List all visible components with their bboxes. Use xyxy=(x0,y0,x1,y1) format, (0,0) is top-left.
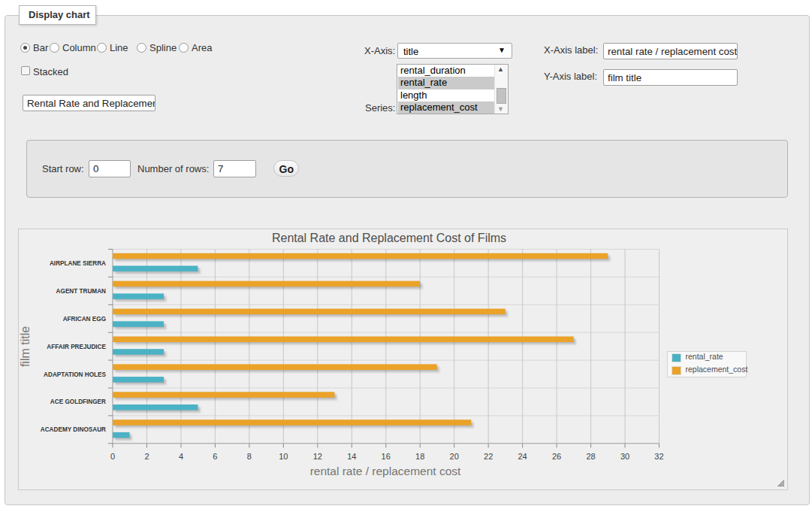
svg-text:Rental Rate and Replacement Co: Rental Rate and Replacement Cost of Film… xyxy=(272,232,506,244)
svg-text:20: 20 xyxy=(450,452,459,461)
svg-text:30: 30 xyxy=(620,452,629,461)
svg-text:AGENT TRUMAN: AGENT TRUMAN xyxy=(56,288,106,295)
svg-text:24: 24 xyxy=(518,452,527,461)
svg-text:2: 2 xyxy=(144,452,149,461)
svg-text:film title: film title xyxy=(19,326,32,367)
svg-text:16: 16 xyxy=(382,452,391,461)
svg-text:18: 18 xyxy=(415,452,424,461)
svg-text:8: 8 xyxy=(247,452,252,461)
svg-text:12: 12 xyxy=(313,452,322,461)
svg-text:rental rate / replacement cost: rental rate / replacement cost xyxy=(310,465,461,477)
svg-text:0: 0 xyxy=(110,452,115,461)
svg-text:6: 6 xyxy=(213,452,217,461)
svg-text:14: 14 xyxy=(347,452,356,461)
svg-text:22: 22 xyxy=(484,452,493,461)
svg-text:replacement_cost: replacement_cost xyxy=(686,365,748,374)
svg-text:ADAPTATION HOLES: ADAPTATION HOLES xyxy=(44,371,106,378)
svg-text:26: 26 xyxy=(552,452,561,461)
svg-text:28: 28 xyxy=(586,452,595,461)
svg-text:AIRPLANE SIERRA: AIRPLANE SIERRA xyxy=(50,260,106,267)
svg-text:32: 32 xyxy=(654,452,663,461)
svg-text:4: 4 xyxy=(179,452,183,461)
svg-text:rental_rate: rental_rate xyxy=(686,352,723,361)
svg-text:ACE GOLDFINGER: ACE GOLDFINGER xyxy=(50,398,106,405)
svg-text:AFRICAN EGG: AFRICAN EGG xyxy=(63,316,106,323)
svg-text:ACADEMY DINOSAUR: ACADEMY DINOSAUR xyxy=(41,426,106,433)
svg-text:10: 10 xyxy=(279,452,288,461)
svg-text:AFFAIR PREJUDICE: AFFAIR PREJUDICE xyxy=(47,344,106,350)
